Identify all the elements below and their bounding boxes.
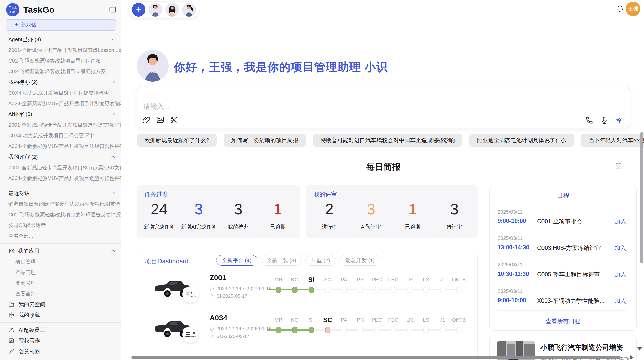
user-avatar[interactable]: 王强 <box>626 2 640 16</box>
milestone[interactable]: MR <box>270 274 287 284</box>
horizontal-scrollbar[interactable] <box>131 356 621 359</box>
milestone[interactable]: SC <box>319 314 336 324</box>
milestone[interactable]: PR <box>352 274 369 284</box>
chevron-up-icon[interactable] <box>110 37 116 42</box>
milestone[interactable]: SC <box>319 274 336 284</box>
sidebar-item[interactable]: C02-飞腾新能源轻客改款项目里程碑画布 <box>0 55 121 66</box>
sidebar-section-my-apps[interactable]: 我的应用 <box>0 246 121 256</box>
vertical-scrollbar[interactable] <box>640 132 643 263</box>
chevron-up-icon[interactable] <box>110 79 116 85</box>
milestone[interactable]: PEC <box>369 274 385 284</box>
milestone[interactable]: OKTB <box>451 314 467 324</box>
conversation-avatar[interactable] <box>182 3 196 17</box>
attachment-icon[interactable] <box>142 116 151 124</box>
sidebar-item[interactable]: A034-全新新能源MUV产品开发项目计划变更表编写 <box>0 98 121 109</box>
sidebar-item[interactable]: C02-飞腾新能源轻客改款项目立项汇报方案 <box>0 66 121 77</box>
suggestion-chip[interactable]: 如何写一份清晰的项目周报 <box>224 134 306 147</box>
image-icon[interactable] <box>156 116 164 124</box>
sidebar-item[interactable]: 解释最新出台的欧盟报废车法规再生塑料比例被调至15%... <box>0 199 121 209</box>
sidebar-item[interactable]: C02-飞腾新能源轻客改款项目的闭环通告反馈情况 <box>0 209 121 220</box>
milestone[interactable]: SI <box>303 314 319 324</box>
sidebar-item[interactable]: 项目管理 <box>0 256 121 267</box>
suggestion-chip[interactable]: 欧洲新规最近颁布了什么? <box>137 134 217 147</box>
milestone[interactable]: MR <box>270 314 287 324</box>
sidebar-section-ai-review[interactable]: AI评审 (3) <box>0 109 121 119</box>
layout-grid-icon[interactable] <box>615 163 622 170</box>
conversation-avatar[interactable] <box>165 3 179 17</box>
scroll-down-arrow-icon[interactable] <box>637 347 642 351</box>
chat-input-box[interactable]: 请输入... <box>137 87 630 128</box>
sidebar-item[interactable]: 查看全部... <box>0 288 121 299</box>
sidebar-link-pen[interactable]: 创意制图 <box>0 346 121 357</box>
schedule-entry[interactable]: 2025/03/1110:30-11:30C005-整车工程目标评审加入 <box>497 258 626 284</box>
send-icon[interactable] <box>615 116 623 124</box>
sidebar-item[interactable]: Z001-全新燃油皮卡产品开发项目SI节点Lesson Learn报告 <box>0 45 121 55</box>
milestone[interactable]: OKTB <box>451 274 467 284</box>
milestone[interactable]: FEC <box>385 274 402 284</box>
milestone[interactable]: KO <box>287 314 303 324</box>
collapse-sidebar-icon[interactable] <box>109 6 116 13</box>
milestone[interactable]: PA <box>336 274 352 284</box>
chevron-up-icon[interactable] <box>110 248 116 254</box>
sidebar-item[interactable]: 产品管理 <box>0 267 121 278</box>
add-conversation-button[interactable]: + <box>132 3 145 17</box>
sidebar-item[interactable]: A034-全新新能源MUV产品开发项目法规符合性评审 <box>0 141 121 152</box>
project-dates: 2023-12-19 ~ 2026-01-19 <box>210 326 271 332</box>
suggestion-chip[interactable]: 特朗普可能对进口汽车增税会对中国车企造成哪些影响 <box>313 134 462 147</box>
schedule-entry[interactable]: 2025/03/1113:00-14:30C003|H0B-方案冻结评审加入 <box>497 231 626 258</box>
suggestion-chip[interactable]: 当下年轻人对汽车外观有怎样的喜好趋势 <box>581 134 644 147</box>
scissors-icon[interactable] <box>170 116 178 124</box>
sidebar-item[interactable]: C0X4-动力总成开发项目SI里程碑提交物检查 <box>0 87 121 98</box>
milestone[interactable]: FEC <box>385 314 402 324</box>
new-chat-button[interactable]: + 新对话 <box>6 19 116 31</box>
chevron-up-icon[interactable] <box>110 154 116 160</box>
milestone[interactable]: PA <box>336 314 352 324</box>
sidebar-link-users[interactable]: AI超级员工 <box>0 325 121 335</box>
chevron-up-icon[interactable] <box>110 190 116 196</box>
notification-bell-icon[interactable] <box>616 5 624 14</box>
sidebar-item[interactable]: C0X4-动力总成开发项目工程变更评审 <box>0 130 121 141</box>
sidebar-section-my-review[interactable]: 我的评审 (2) <box>0 152 121 162</box>
conversation-avatar[interactable] <box>149 3 162 17</box>
sidebar-item[interactable]: 查看全部... <box>0 231 121 241</box>
dashboard-tab[interactable]: 全新上装 (3) <box>261 255 302 266</box>
join-meeting-link[interactable]: 加入 <box>614 244 626 252</box>
milestone[interactable]: PEC <box>369 314 385 324</box>
milestone[interactable]: J1 <box>434 314 451 324</box>
milestone[interactable]: LR <box>401 314 418 324</box>
join-meeting-link[interactable]: 加入 <box>614 218 626 226</box>
sidebar-item[interactable]: A034-全新新能源MUV产品开发项目造型可行性评审 <box>0 173 121 184</box>
sidebar-item[interactable]: Z001-全新燃油轻卡产品开发项目SI造型提交物评审 <box>0 119 121 130</box>
project-row[interactable]: 王强Z0012023-12-19 ~ 2027-01-19SI-2025-05-… <box>137 274 477 314</box>
sidebar-link-folder[interactable]: 我的云空间 <box>0 299 121 310</box>
sidebar-link-write[interactable]: 帮我写作 <box>0 335 121 346</box>
join-meeting-link[interactable]: 加入 <box>614 271 626 278</box>
sidebar-item[interactable]: 变更管理 <box>0 278 121 288</box>
sidebar-link-star[interactable]: 我的收藏 <box>0 310 121 320</box>
sidebar-item[interactable]: 公司Q3轻卡销量 <box>0 220 121 231</box>
sidebar-section-my-todo[interactable]: 我的待办 (2) <box>0 77 121 87</box>
view-all-schedule-link[interactable]: 查看所有日程 <box>490 317 636 325</box>
dashboard-tab[interactable]: 动总开发 (1) <box>340 255 381 266</box>
schedule-entry[interactable]: 2025/03/119:00-10:00C001-立项审批会加入 <box>497 205 626 231</box>
dashboard-tab[interactable]: 年型 (2) <box>305 255 336 266</box>
milestone[interactable]: LR <box>401 274 418 284</box>
milestone[interactable]: LS <box>418 274 434 284</box>
project-row[interactable]: 王强A0342023-12-19 ~ 2026-01-19SC-2025-05-… <box>137 314 477 354</box>
milestone[interactable]: LS <box>418 314 434 324</box>
dashboard-tab[interactable]: 全新平台 (4) <box>216 255 257 266</box>
chevron-up-icon[interactable] <box>110 111 116 117</box>
join-meeting-link[interactable]: 加入 <box>614 297 626 305</box>
sidebar-section-recent[interactable]: 最近对话 <box>0 188 121 199</box>
milestone[interactable]: KO <box>287 274 303 284</box>
suggestion-chip[interactable]: 比亚迪全固态电池计划具体说了什么 <box>469 134 574 147</box>
sidebar-item[interactable]: Z001-全新燃油轻卡产品开发项目SI节点属性5D文件评审 <box>0 162 121 173</box>
milestone[interactable]: PR <box>352 314 369 324</box>
sidebar-section-agent-done[interactable]: Agent已办 (3) <box>0 34 121 45</box>
scroll-right-arrow-icon[interactable] <box>630 355 634 359</box>
milestone[interactable]: SI <box>303 274 319 284</box>
milestone[interactable]: J1 <box>434 274 451 284</box>
phone-icon[interactable] <box>585 116 593 124</box>
mic-icon[interactable] <box>600 116 608 124</box>
schedule-entry[interactable]: 2025/03/119:00-10:00X003-车辆动力学性能验...加入 <box>497 284 626 311</box>
